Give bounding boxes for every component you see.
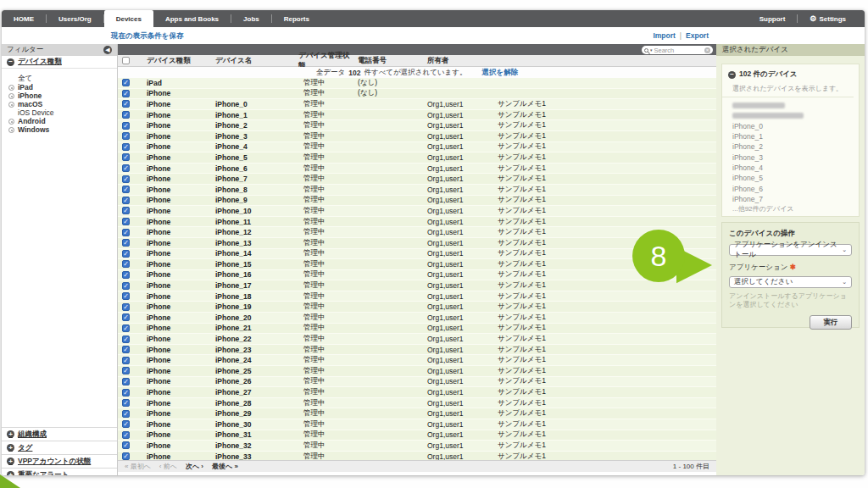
- table-row[interactable]: ✓ iPhone iPhone_19 管理中 Org1,user1 サンプルメモ…: [118, 302, 716, 313]
- table-row[interactable]: ✓ iPhone iPhone_3 管理中 Org1,user1 サンプルメモ1: [118, 131, 716, 142]
- table-row[interactable]: ✓ iPhone iPhone_6 管理中 Org1,user1 サンプルメモ1: [118, 164, 716, 175]
- nav-settings[interactable]: ⚙ Settings: [798, 10, 858, 27]
- execute-button[interactable]: 実行: [810, 315, 852, 330]
- table-row[interactable]: ✓ iPhone iPhone_16 管理中 Org1,user1 サンプルメモ…: [118, 270, 716, 281]
- col-owner[interactable]: 所有者: [421, 56, 495, 66]
- save-view-conditions-link[interactable]: 現在の表示条件を保存: [111, 31, 183, 42]
- row-checkbox[interactable]: ✓: [122, 367, 130, 374]
- sidebar-device-type-windows[interactable]: Windows: [2, 125, 117, 134]
- table-row[interactable]: ✓ iPhone iPhone_22 管理中 Org1,user1 サンプルメモ…: [118, 334, 716, 345]
- table-row[interactable]: ✓ iPhone iPhone_10 管理中 Org1,user1 サンプルメモ…: [118, 206, 716, 217]
- sidebar-section[interactable]: +タグ: [2, 441, 117, 454]
- row-checkbox[interactable]: ✓: [122, 153, 130, 161]
- row-checkbox[interactable]: ✓: [122, 313, 130, 321]
- col-phone-number[interactable]: 電話番号: [353, 56, 421, 66]
- table-row[interactable]: ✓ iPhone iPhone_7 管理中 Org1,user1 サンプルメモ1: [118, 174, 716, 185]
- table-row[interactable]: ✓ iPhone iPhone_17 管理中 Org1,user1 サンプルメモ…: [118, 280, 716, 291]
- row-checkbox[interactable]: ✓: [122, 164, 130, 172]
- sidebar-section-device-type[interactable]: − デバイス種類: [2, 56, 117, 69]
- table-row[interactable]: ✓ iPhone iPhone_31 管理中 Org1,user1 サンプルメモ…: [118, 430, 716, 441]
- row-checkbox[interactable]: ✓: [122, 239, 130, 247]
- row-checkbox[interactable]: ✓: [122, 271, 130, 279]
- row-checkbox[interactable]: ✓: [122, 431, 130, 439]
- pagination-last[interactable]: 最後へ »: [212, 462, 238, 471]
- table-row[interactable]: ✓ iPhone iPhone_29 管理中 Org1,user1 サンプルメモ…: [118, 408, 716, 419]
- row-checkbox[interactable]: ✓: [122, 303, 130, 311]
- table-row[interactable]: ✓ iPhone iPhone_24 管理中 Org1,user1 サンプルメモ…: [118, 355, 716, 366]
- table-row[interactable]: ✓ iPhone iPhone_18 管理中 Org1,user1 サンプルメモ…: [118, 291, 716, 302]
- table-row[interactable]: ✓ iPhone 管理中 (なし): [118, 89, 716, 100]
- row-checkbox[interactable]: ✓: [122, 389, 130, 396]
- sidebar-device-type-android[interactable]: Android: [2, 117, 117, 125]
- sidebar-device-type-全て[interactable]: 全て: [2, 75, 117, 83]
- clear-selection-link[interactable]: 選択を解除: [481, 68, 518, 78]
- select-all-checkbox[interactable]: ✓: [122, 57, 130, 64]
- row-checkbox[interactable]: ✓: [122, 79, 130, 86]
- row-checkbox[interactable]: ✓: [122, 90, 130, 97]
- table-row[interactable]: ✓ iPhone iPhone_26 管理中 Org1,user1 サンプルメモ…: [118, 377, 716, 388]
- row-checkbox[interactable]: ✓: [122, 100, 130, 108]
- nav-users-org[interactable]: Users/Org: [47, 10, 103, 27]
- nav-home[interactable]: HOME: [2, 10, 46, 27]
- row-checkbox[interactable]: ✓: [122, 292, 130, 300]
- row-checkbox[interactable]: ✓: [122, 357, 130, 364]
- row-checkbox[interactable]: ✓: [122, 282, 130, 290]
- col-device-name[interactable]: デバイス名: [209, 56, 292, 66]
- sidebar-device-type-ipad[interactable]: iPad: [2, 83, 117, 92]
- export-link[interactable]: Export: [686, 31, 709, 40]
- row-checkbox[interactable]: ✓: [122, 186, 130, 193]
- row-checkbox[interactable]: ✓: [122, 324, 130, 332]
- sidebar-section[interactable]: +VPPアカウントの状態: [2, 454, 117, 468]
- row-checkbox[interactable]: ✓: [122, 420, 130, 428]
- table-row[interactable]: ✓ iPhone iPhone_11 管理中 Org1,user1 サンプルメモ…: [118, 217, 716, 228]
- table-row[interactable]: ✓ iPhone iPhone_21 管理中 Org1,user1 サンプルメモ…: [118, 324, 716, 335]
- col-device-type[interactable]: デバイス種類: [140, 56, 209, 66]
- table-row[interactable]: ✓ iPhone iPhone_8 管理中 Org1,user1 サンプルメモ1: [118, 185, 716, 196]
- table-row[interactable]: ✓ iPhone iPhone_25 管理中 Org1,user1 サンプルメモ…: [118, 366, 716, 377]
- nav-reports[interactable]: Reports: [272, 10, 321, 27]
- table-row[interactable]: ✓ iPhone iPhone_30 管理中 Org1,user1 サンプルメモ…: [118, 419, 716, 430]
- application-select[interactable]: 選択してください ⌄: [729, 276, 852, 288]
- table-row[interactable]: ✓ iPhone iPhone_2 管理中 Org1,user1 サンプルメモ1: [118, 120, 716, 131]
- row-checkbox[interactable]: ✓: [122, 336, 130, 343]
- row-checkbox[interactable]: ✓: [122, 441, 130, 449]
- row-checkbox[interactable]: ✓: [122, 250, 130, 258]
- table-row[interactable]: ✓ iPhone iPhone_9 管理中 Org1,user1 サンプルメモ1: [118, 196, 716, 207]
- pagination-prev[interactable]: ‹ 前へ: [159, 462, 177, 471]
- row-checkbox[interactable]: ✓: [122, 197, 130, 204]
- nav-support[interactable]: Support: [748, 10, 798, 27]
- table-row[interactable]: ✓ iPhone iPhone_4 管理中 Org1,user1 サンプルメモ1: [118, 142, 716, 153]
- search-scope-caret-icon[interactable]: ▾: [650, 47, 653, 53]
- row-checkbox[interactable]: ✓: [122, 378, 130, 385]
- table-row[interactable]: ✓ iPhone iPhone_27 管理中 Org1,user1 サンプルメモ…: [118, 387, 716, 398]
- row-checkbox[interactable]: ✓: [122, 122, 130, 130]
- table-row[interactable]: ✓ iPad 管理中 (なし): [118, 78, 716, 89]
- sidebar-collapse-button[interactable]: ◀: [103, 46, 112, 54]
- row-checkbox[interactable]: ✓: [122, 207, 130, 214]
- table-row[interactable]: ✓ iPhone iPhone_15 管理中 Org1,user1 サンプルメモ…: [118, 259, 716, 270]
- nav-jobs[interactable]: Jobs: [231, 10, 271, 27]
- sidebar-device-type-ios-device[interactable]: iOS Device: [2, 108, 117, 117]
- sidebar-section[interactable]: +重要なアラート: [2, 468, 117, 475]
- nav-apps-and-books[interactable]: Apps and Books: [153, 10, 231, 27]
- table-row[interactable]: ✓ iPhone iPhone_20 管理中 Org1,user1 サンプルメモ…: [118, 313, 716, 324]
- row-checkbox[interactable]: ✓: [122, 218, 130, 225]
- import-link[interactable]: Import: [653, 31, 675, 40]
- table-row[interactable]: ✓ iPhone iPhone_28 管理中 Org1,user1 サンプルメモ…: [118, 398, 716, 409]
- table-row[interactable]: ✓ iPhone iPhone_13 管理中 Org1,user1 サンプルメモ…: [118, 238, 716, 249]
- table-row[interactable]: ✓ iPhone iPhone_1 管理中 Org1,user1 サンプルメモ1: [118, 110, 716, 121]
- table-row[interactable]: ✓ iPhone iPhone_33 管理中 Org1,user1 サンプルメモ…: [118, 452, 716, 460]
- pagination-first[interactable]: « 最初へ: [125, 462, 151, 471]
- row-checkbox[interactable]: ✓: [122, 175, 130, 183]
- row-checkbox[interactable]: ✓: [122, 229, 130, 236]
- nav-devices[interactable]: Devices: [104, 10, 153, 27]
- device-count-header[interactable]: − 102 件のデバイス: [722, 64, 859, 80]
- row-checkbox[interactable]: ✓: [122, 452, 130, 460]
- search-input[interactable]: ▾ Search ×: [642, 46, 713, 54]
- table-row[interactable]: ✓ iPhone iPhone_32 管理中 Org1,user1 サンプルメモ…: [118, 441, 716, 452]
- row-checkbox[interactable]: ✓: [122, 111, 130, 119]
- row-checkbox[interactable]: ✓: [122, 399, 130, 407]
- row-checkbox[interactable]: ✓: [122, 346, 130, 353]
- table-row[interactable]: ✓ iPhone iPhone_0 管理中 Org1,user1 サンプルメモ1: [118, 99, 716, 110]
- row-checkbox[interactable]: ✓: [122, 410, 130, 418]
